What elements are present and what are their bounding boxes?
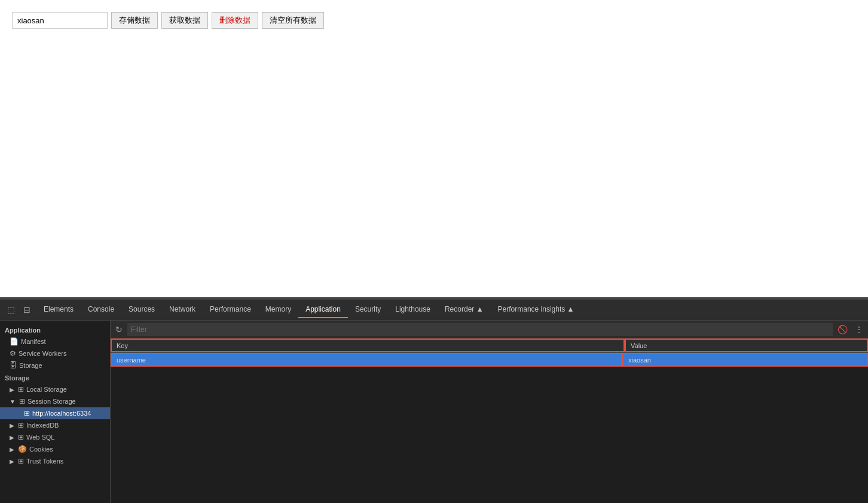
sidebar-label-websql: Web SQL bbox=[26, 434, 55, 441]
inspect-icon[interactable]: ⬚ bbox=[5, 303, 17, 317]
sidebar-section-storage: Storage bbox=[0, 371, 110, 383]
devtools-panel: ⬚ ⊟ Elements Console Sources Network Per… bbox=[0, 297, 868, 503]
sidebar-item-indexeddb[interactable]: ▶ ⊞ IndexedDB bbox=[0, 419, 110, 431]
devtools-sidebar: Application 📄 Manifest ⚙ Service Workers… bbox=[0, 321, 111, 503]
table-body: username xiaosan bbox=[111, 353, 868, 428]
sidebar-item-service-workers[interactable]: ⚙ Service Workers bbox=[0, 347, 110, 359]
filter-clear-button[interactable]: 🚫 bbox=[835, 324, 850, 336]
tab-recorder[interactable]: Recorder ▲ bbox=[438, 301, 491, 318]
devtools-main-content: ↻ 🚫 ⋮ Key Value username xiaosan bbox=[111, 321, 868, 503]
trust-tokens-icon: ⊞ bbox=[18, 457, 24, 465]
filter-input[interactable] bbox=[127, 323, 833, 336]
tab-security[interactable]: Security bbox=[348, 301, 388, 318]
storage-icon: 🗄 bbox=[10, 361, 17, 370]
sidebar-item-localhost[interactable]: ⊞ http://localhost:6334 bbox=[0, 407, 110, 419]
chevron-right-icon-5: ▶ bbox=[10, 458, 14, 465]
sidebar-label-cookies: Cookies bbox=[29, 446, 53, 453]
table-header-value: Value bbox=[625, 339, 868, 352]
browser-page: 存储数据 获取数据 删除数据 清空所有数据 bbox=[0, 0, 868, 297]
tab-sources[interactable]: Sources bbox=[121, 301, 162, 318]
table-cell-key: username bbox=[111, 353, 622, 367]
storage-table: Key Value username xiaosan bbox=[111, 339, 868, 503]
clear-button[interactable]: 清空所有数据 bbox=[262, 12, 324, 29]
table-header-key: Key bbox=[111, 339, 625, 352]
save-button[interactable]: 存储数据 bbox=[111, 12, 158, 29]
tab-performance[interactable]: Performance bbox=[203, 301, 258, 318]
sidebar-label-storage: Storage bbox=[19, 362, 42, 369]
responsive-icon[interactable]: ⊟ bbox=[21, 303, 33, 317]
sidebar-label-localhost: http://localhost:6334 bbox=[32, 410, 91, 417]
session-storage-icon: ⊞ bbox=[19, 397, 25, 406]
sidebar-item-websql[interactable]: ▶ ⊞ Web SQL bbox=[0, 431, 110, 443]
manifest-icon: 📄 bbox=[10, 337, 19, 346]
delete-button[interactable]: 删除数据 bbox=[212, 12, 258, 29]
tab-lighthouse[interactable]: Lighthouse bbox=[388, 301, 438, 318]
chevron-down-icon: ▼ bbox=[10, 398, 16, 405]
websql-icon: ⊞ bbox=[18, 433, 24, 441]
filter-bar: ↻ 🚫 ⋮ bbox=[111, 321, 868, 339]
get-button[interactable]: 获取数据 bbox=[161, 12, 208, 29]
table-empty-area bbox=[111, 428, 868, 504]
table-cell-value: xiaosan bbox=[622, 353, 868, 367]
sidebar-label-trust-tokens: Trust Tokens bbox=[26, 458, 63, 465]
localhost-icon: ⊞ bbox=[24, 409, 30, 417]
devtools-body: Application 📄 Manifest ⚙ Service Workers… bbox=[0, 321, 868, 503]
chevron-right-icon: ▶ bbox=[10, 386, 14, 393]
refresh-button[interactable]: ↻ bbox=[113, 324, 125, 336]
tab-network[interactable]: Network bbox=[162, 301, 203, 318]
service-workers-icon: ⚙ bbox=[10, 349, 16, 358]
table-header: Key Value bbox=[111, 339, 868, 353]
sidebar-label-indexeddb: IndexedDB bbox=[26, 422, 59, 429]
filter-options-button[interactable]: ⋮ bbox=[852, 324, 866, 336]
sidebar-label-manifest: Manifest bbox=[21, 338, 46, 345]
chevron-right-icon-2: ▶ bbox=[10, 422, 14, 429]
data-input[interactable] bbox=[12, 12, 108, 29]
sidebar-item-session-storage[interactable]: ▼ ⊞ Session Storage bbox=[0, 395, 110, 407]
devtools-tab-bar: ⬚ ⊟ Elements Console Sources Network Per… bbox=[0, 300, 868, 321]
tab-elements[interactable]: Elements bbox=[36, 301, 81, 318]
sidebar-item-trust-tokens[interactable]: ▶ ⊞ Trust Tokens bbox=[0, 455, 110, 467]
local-storage-icon: ⊞ bbox=[18, 385, 24, 394]
tab-performance-insights[interactable]: Performance insights ▲ bbox=[491, 301, 582, 318]
sidebar-item-local-storage[interactable]: ▶ ⊞ Local Storage bbox=[0, 383, 110, 395]
cookies-icon: 🍪 bbox=[18, 445, 27, 453]
sidebar-item-manifest[interactable]: 📄 Manifest bbox=[0, 336, 110, 347]
sidebar-section-application: Application bbox=[0, 323, 110, 336]
table-row[interactable]: username xiaosan bbox=[111, 353, 868, 367]
sidebar-label-local-storage: Local Storage bbox=[26, 386, 67, 393]
tab-memory[interactable]: Memory bbox=[258, 301, 298, 318]
sidebar-label-session-storage: Session Storage bbox=[27, 398, 76, 405]
tab-application[interactable]: Application bbox=[298, 301, 348, 318]
sidebar-item-storage[interactable]: 🗄 Storage bbox=[0, 359, 110, 371]
indexeddb-icon: ⊞ bbox=[18, 421, 24, 429]
chevron-right-icon-4: ▶ bbox=[10, 446, 14, 453]
page-toolbar: 存储数据 获取数据 删除数据 清空所有数据 bbox=[12, 12, 856, 29]
chevron-right-icon-3: ▶ bbox=[10, 434, 14, 441]
sidebar-item-cookies[interactable]: ▶ 🍪 Cookies bbox=[0, 443, 110, 455]
tab-console[interactable]: Console bbox=[81, 301, 121, 318]
sidebar-label-service-workers: Service Workers bbox=[19, 350, 66, 357]
